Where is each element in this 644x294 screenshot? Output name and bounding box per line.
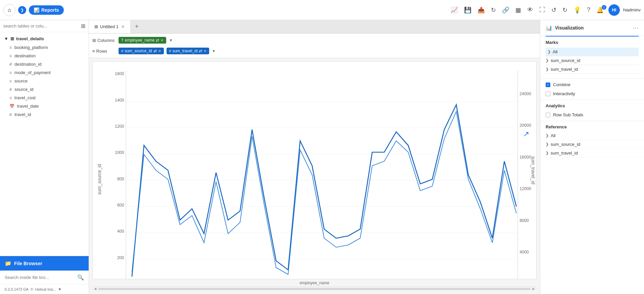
x-axis-title: employee_name <box>92 279 537 287</box>
columns-label: ⊞ Columns <box>92 38 116 43</box>
table-name: travel_details <box>16 36 44 41</box>
rows-drop-arrow[interactable]: ▼ <box>212 49 216 53</box>
list-item[interactable]: 📅 travel_date <box>0 102 89 110</box>
marks-item-travel-id[interactable]: ❯ sum_travel_id <box>546 65 639 74</box>
rows-shelf: ≡ Rows # sum_source_id ⇄ ✕ # sum_travel_… <box>92 46 537 56</box>
star-icon: ★ <box>58 287 61 291</box>
tab-add-button[interactable]: + <box>131 23 143 30</box>
left-sidebar: ⊞ ▼ ⊞ travel_details ≡ booking_platform … <box>0 20 89 294</box>
interactivity-checkbox[interactable] <box>546 92 550 96</box>
reports-chart-icon: 📊 <box>34 7 39 13</box>
interactivity-row[interactable]: Interactivity <box>540 89 644 98</box>
combine-row[interactable]: ✓ Combine <box>540 80 644 89</box>
chip-close-icon[interactable]: ✕ <box>160 38 164 43</box>
notifications-button[interactable]: 🔔 1 <box>595 6 605 14</box>
marks-item-label: sum_source_id <box>551 58 639 63</box>
user-avatar[interactable]: HI <box>608 4 620 16</box>
file-browser-label: File Browser <box>14 261 42 266</box>
svg-text:200: 200 <box>117 255 124 260</box>
row-sub-totals-row[interactable]: Row Sub Totals <box>540 110 644 119</box>
grid-view-icon[interactable]: ⊞ <box>81 23 85 29</box>
bottom-scrollbar[interactable]: ◄ ► <box>92 287 537 291</box>
fullscreen-icon[interactable]: ⛶ <box>538 5 547 15</box>
text-field-icon: ≡ <box>9 70 12 75</box>
employee-name-chip[interactable]: T employee_name ⇄ ✕ <box>119 37 166 44</box>
help-icon[interactable]: ? <box>586 5 592 15</box>
analytics-title: Analytics <box>540 101 644 110</box>
x-label-text: employee_name <box>300 281 329 285</box>
helical-label: Helical Insi... <box>35 287 56 291</box>
refresh-icon[interactable]: ↻ <box>490 5 497 15</box>
chip-hash-icon: # <box>121 49 123 53</box>
chip-hash-icon: # <box>169 49 171 53</box>
field-label: booking_platform <box>14 45 48 50</box>
undo-icon[interactable]: ↺ <box>550 5 558 15</box>
search-file-input[interactable] <box>5 275 75 280</box>
notification-count: 1 <box>602 5 606 10</box>
list-item[interactable]: # destination_id <box>0 60 89 68</box>
list-item[interactable]: ≡ destination <box>0 52 89 60</box>
chip-close-icon[interactable]: ✕ <box>158 49 161 53</box>
viz-title-text: Visualization <box>555 25 584 31</box>
right-panel: 📊 Visualization ⋯ Marks ❯ All ❯ sum_sour… <box>540 20 644 294</box>
list-item[interactable]: ≡ source <box>0 77 89 85</box>
sum-source-id-chip[interactable]: # sum_source_id ⇄ ✕ <box>119 48 164 54</box>
list-item[interactable]: ≡ mode_of_payment <box>0 68 89 77</box>
search-icon[interactable]: 🔍 <box>77 274 84 281</box>
export-icon[interactable]: 📤 <box>476 5 486 15</box>
sum-travel-id-chip[interactable]: # sum_travel_id ⇄ ✕ <box>167 48 210 54</box>
redo-icon[interactable]: ↻ <box>561 5 569 15</box>
row-sub-totals-checkbox[interactable] <box>546 113 550 117</box>
field-label: destination <box>14 53 36 58</box>
tab-untitled1[interactable]: ⊞ Untitled 1 ✕ <box>89 20 131 33</box>
list-item[interactable]: ≡ booking_platform <box>0 43 89 52</box>
ref-arrow-icon: ❯ <box>546 151 549 155</box>
view-icon[interactable]: 👁 <box>526 5 535 15</box>
hash-field-icon: # <box>9 62 12 67</box>
chart-type-icon[interactable]: 📈 <box>449 5 459 15</box>
home-button[interactable]: ⌂ <box>3 4 15 16</box>
user-name[interactable]: hiadminv <box>623 7 641 12</box>
reference-item-source-id[interactable]: ❯ sum_source_id <box>540 140 644 149</box>
bulb-icon[interactable]: 💡 <box>572 5 582 15</box>
reference-item-all[interactable]: ❯ All <box>540 131 644 140</box>
folder-icon: 📁 <box>5 260 11 267</box>
field-label: mode_of_payment <box>14 70 51 75</box>
viz-menu-icon[interactable]: ⋯ <box>633 24 639 32</box>
marks-item-source-id[interactable]: ❯ sum_source_id <box>546 56 639 65</box>
reference-title: Reference <box>540 122 644 131</box>
field-label: source <box>14 78 28 83</box>
reports-button[interactable]: 📊 Reports <box>29 5 64 15</box>
save-icon[interactable]: 💾 <box>463 5 473 15</box>
visualization-title: 📊 Visualization <box>546 25 584 31</box>
chip-close-icon[interactable]: ✕ <box>203 49 206 53</box>
text-field-icon: ≡ <box>9 45 12 50</box>
marks-title: Marks <box>546 40 639 45</box>
field-label: source_id <box>14 87 33 92</box>
chart-container: sum_source_id sum_travel_id 0 200 400 60… <box>92 61 537 279</box>
tab-close-button[interactable]: ✕ <box>121 24 125 30</box>
shelf-area: ⊞ Columns T employee_name ⇄ ✕ ▼ ≡ Rows # <box>89 34 540 58</box>
table-grid-icon: ⊞ <box>10 36 14 41</box>
layout-icon[interactable]: ▦ <box>514 5 522 15</box>
combine-checkbox[interactable]: ✓ <box>546 82 550 87</box>
file-browser-button[interactable]: 📁 File Browser <box>0 256 89 271</box>
svg-text:8000: 8000 <box>519 218 529 223</box>
chip-reorder-icon: ⇄ <box>199 49 202 53</box>
tab-bar: ⊞ Untitled 1 ✕ + <box>89 20 540 34</box>
share-icon[interactable]: 🔗 <box>501 5 511 15</box>
search-file-row: 🔍 <box>0 271 89 284</box>
list-item[interactable]: # travel_id <box>0 110 89 119</box>
columns-drop-arrow[interactable]: ▼ <box>169 38 173 42</box>
list-item[interactable]: ≡ travel_cost <box>0 94 89 102</box>
list-item[interactable]: # source_id <box>0 85 89 94</box>
search-tables-input[interactable] <box>3 23 79 28</box>
expand-arrow[interactable]: ❯ <box>18 6 26 14</box>
chip-label: employee_name <box>125 38 155 43</box>
chip-text-icon: T <box>121 38 124 42</box>
rows-label: ≡ Rows <box>92 49 116 54</box>
sidebar-table-header[interactable]: ▼ ⊞ travel_details <box>0 34 89 43</box>
marks-item-all[interactable]: ❯ All <box>546 48 639 56</box>
svg-text:600: 600 <box>117 203 124 208</box>
reference-item-travel-id[interactable]: ❯ sum_travel_id <box>540 149 644 158</box>
